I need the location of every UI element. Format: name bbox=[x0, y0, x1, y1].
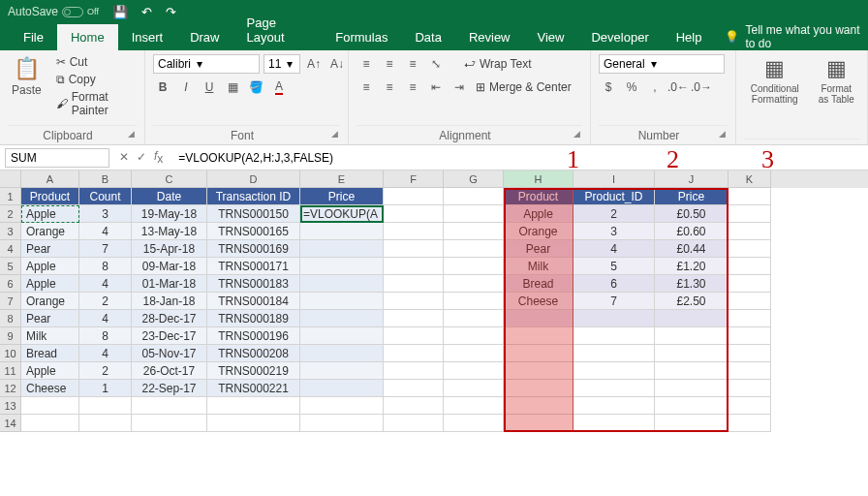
cell-A1[interactable]: Product bbox=[21, 188, 79, 205]
cell-E3[interactable] bbox=[300, 223, 384, 240]
cell-I13[interactable] bbox=[574, 397, 655, 415]
cell-B12[interactable]: 1 bbox=[79, 380, 132, 397]
cell-F4[interactable] bbox=[384, 240, 444, 258]
cell-C7[interactable]: 18-Jan-18 bbox=[132, 293, 207, 310]
cut-button[interactable]: ✂Cut bbox=[53, 54, 137, 70]
cell-K11[interactable] bbox=[728, 362, 771, 380]
cell-C14[interactable] bbox=[132, 415, 207, 432]
cell-K5[interactable] bbox=[728, 258, 771, 275]
col-header-B[interactable]: B bbox=[79, 170, 132, 188]
cell-D9[interactable]: TRNS000196 bbox=[207, 327, 300, 345]
cell-D10[interactable]: TRNS000208 bbox=[207, 345, 300, 362]
fill-color-button[interactable]: 🪣 bbox=[246, 78, 265, 97]
cell-E9[interactable] bbox=[300, 327, 384, 345]
cell-D3[interactable]: TRNS000165 bbox=[207, 223, 300, 240]
cell-J5[interactable]: £1.20 bbox=[655, 258, 728, 275]
select-all-corner[interactable] bbox=[0, 170, 21, 188]
cell-A9[interactable]: Milk bbox=[21, 327, 79, 345]
cell-B3[interactable]: 4 bbox=[79, 223, 132, 240]
cell-E8[interactable] bbox=[300, 310, 384, 327]
tab-home[interactable]: Home bbox=[57, 24, 118, 50]
cell-E7[interactable] bbox=[300, 293, 384, 310]
cell-K2[interactable] bbox=[728, 205, 771, 223]
cell-K9[interactable] bbox=[728, 327, 771, 345]
cell-K4[interactable] bbox=[728, 240, 771, 258]
cell-G9[interactable] bbox=[444, 327, 504, 345]
align-bottom-button[interactable]: ≡ bbox=[403, 54, 422, 74]
cell-A14[interactable] bbox=[21, 415, 79, 432]
cell-H9[interactable] bbox=[504, 327, 574, 345]
row-header[interactable]: 12 bbox=[0, 380, 21, 397]
grow-font-button[interactable]: A↑ bbox=[304, 54, 324, 74]
cell-C1[interactable]: Date bbox=[132, 188, 207, 205]
cell-F1[interactable] bbox=[384, 188, 444, 205]
cell-K1[interactable] bbox=[728, 188, 771, 205]
cell-I14[interactable] bbox=[574, 415, 655, 432]
cell-I5[interactable]: 5 bbox=[574, 258, 655, 275]
cell-H10[interactable] bbox=[504, 345, 574, 362]
cell-H11[interactable] bbox=[504, 362, 574, 380]
cell-A10[interactable]: Bread bbox=[21, 345, 79, 362]
italic-button[interactable]: I bbox=[176, 78, 196, 97]
cell-I4[interactable]: 4 bbox=[574, 240, 655, 258]
format-painter-button[interactable]: 🖌Format Painter bbox=[53, 89, 137, 118]
cell-C13[interactable] bbox=[132, 397, 207, 415]
cell-B14[interactable] bbox=[79, 415, 132, 432]
cell-B9[interactable]: 8 bbox=[79, 327, 132, 345]
cell-A6[interactable]: Apple bbox=[21, 275, 79, 293]
cell-I7[interactable]: 7 bbox=[574, 293, 655, 310]
name-box[interactable]: SUM bbox=[5, 148, 109, 168]
row-header[interactable]: 4 bbox=[0, 240, 21, 258]
row-header[interactable]: 9 bbox=[0, 327, 21, 345]
cell-E2[interactable]: =VLOOKUP(A bbox=[300, 205, 384, 223]
cell-A8[interactable]: Pear bbox=[21, 310, 79, 327]
col-header-K[interactable]: K bbox=[728, 170, 771, 188]
enter-icon[interactable]: ✓ bbox=[137, 150, 146, 164]
align-top-button[interactable]: ≡ bbox=[356, 54, 376, 74]
tab-draw[interactable]: Draw bbox=[176, 24, 232, 50]
cell-H5[interactable]: Milk bbox=[504, 258, 574, 275]
cell-G8[interactable] bbox=[444, 310, 504, 327]
cell-D8[interactable]: TRNS000189 bbox=[207, 310, 300, 327]
cell-E6[interactable] bbox=[300, 275, 384, 293]
cell-G7[interactable] bbox=[444, 293, 504, 310]
orientation-button[interactable]: ⤡ bbox=[426, 54, 446, 74]
border-button[interactable]: ▦ bbox=[223, 78, 242, 97]
cell-C8[interactable]: 28-Dec-17 bbox=[132, 310, 207, 327]
cell-A5[interactable]: Apple bbox=[21, 258, 79, 275]
cell-G10[interactable] bbox=[444, 345, 504, 362]
shrink-font-button[interactable]: A↓ bbox=[327, 54, 347, 74]
cell-B5[interactable]: 8 bbox=[79, 258, 132, 275]
row-header[interactable]: 2 bbox=[0, 205, 21, 223]
cell-C3[interactable]: 13-May-18 bbox=[132, 223, 207, 240]
col-header-G[interactable]: G bbox=[444, 170, 504, 188]
tab-developer[interactable]: Developer bbox=[577, 24, 662, 50]
redo-icon[interactable]: ↷ bbox=[166, 5, 176, 19]
indent-inc-button[interactable]: ⇥ bbox=[450, 78, 469, 97]
autosave-toggle[interactable]: AutoSave Off bbox=[8, 5, 99, 18]
cell-B6[interactable]: 4 bbox=[79, 275, 132, 293]
tab-review[interactable]: Review bbox=[455, 24, 524, 50]
cell-C2[interactable]: 19-May-18 bbox=[132, 205, 207, 223]
cell-B2[interactable]: 3 bbox=[79, 205, 132, 223]
row-header[interactable]: 11 bbox=[0, 362, 21, 380]
cell-F6[interactable] bbox=[384, 275, 444, 293]
cell-A11[interactable]: Apple bbox=[21, 362, 79, 380]
cell-J14[interactable] bbox=[655, 415, 728, 432]
align-center-button[interactable]: ≡ bbox=[380, 78, 399, 97]
cell-K8[interactable] bbox=[728, 310, 771, 327]
fx-icon[interactable]: fx bbox=[154, 149, 163, 166]
col-header-J[interactable]: J bbox=[655, 170, 728, 188]
cell-I6[interactable]: 6 bbox=[574, 275, 655, 293]
toggle-switch[interactable] bbox=[62, 7, 83, 17]
cell-A2[interactable]: Apple bbox=[21, 205, 79, 223]
cell-E11[interactable] bbox=[300, 362, 384, 380]
paste-button[interactable]: 📋Paste bbox=[8, 54, 46, 99]
cell-D14[interactable] bbox=[207, 415, 300, 432]
cell-E5[interactable] bbox=[300, 258, 384, 275]
cell-C9[interactable]: 23-Dec-17 bbox=[132, 327, 207, 345]
cell-G14[interactable] bbox=[444, 415, 504, 432]
save-icon[interactable]: 💾 bbox=[112, 5, 128, 19]
cell-F8[interactable] bbox=[384, 310, 444, 327]
dialog-launcher-icon[interactable]: ◢ bbox=[128, 129, 135, 139]
